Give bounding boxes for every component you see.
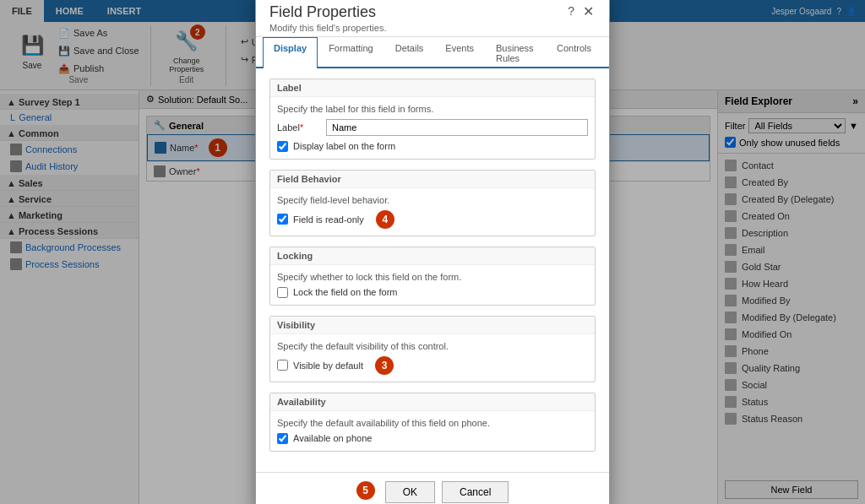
readonly-checkbox[interactable] xyxy=(277,214,288,225)
visible-checkbox-label[interactable]: Visible by default 3 xyxy=(277,356,588,375)
availability-desc: Specify the default availability of this… xyxy=(277,418,588,428)
label-input[interactable] xyxy=(326,119,588,136)
tab-details[interactable]: Details xyxy=(384,37,435,68)
tab-formatting[interactable]: Formatting xyxy=(318,37,384,68)
visible-checkbox[interactable] xyxy=(277,360,288,371)
field-behavior-content: Specify field-level behavior. Field is r… xyxy=(270,188,595,236)
label-section: Label Specify the label for this field i… xyxy=(269,79,596,160)
field-behavior-title: Field Behavior xyxy=(270,171,595,188)
locking-section: Locking Specify whether to lock this fie… xyxy=(269,247,596,306)
modal-controls: ? ✕ xyxy=(568,3,596,19)
cancel-button[interactable]: Cancel xyxy=(442,481,509,503)
ok-button[interactable]: OK xyxy=(385,481,435,503)
readonly-checkbox-label[interactable]: Field is read-only 4 xyxy=(277,210,588,229)
availability-section-title: Availability xyxy=(270,393,595,411)
locking-desc: Specify whether to lock this field on th… xyxy=(277,272,588,282)
field-properties-modal: Field Properties Modify this field's pro… xyxy=(255,0,610,504)
tab-display[interactable]: Display xyxy=(263,37,318,68)
modal-footer: 5 OK Cancel xyxy=(256,472,609,505)
field-behavior-desc: Specify field-level behavior. xyxy=(277,195,588,205)
label-desc: Specify the label for this field in form… xyxy=(277,104,588,114)
label-field-label: Label* xyxy=(277,122,319,133)
visibility-section: Visibility Specify the default visibilit… xyxy=(269,316,596,382)
label-section-title: Label xyxy=(270,79,595,97)
field-behavior-section: Field Behavior Specify field-level behav… xyxy=(269,170,596,236)
locking-section-title: Locking xyxy=(270,247,595,265)
label-section-content: Specify the label for this field in form… xyxy=(270,97,595,159)
modal-header: Field Properties Modify this field's pro… xyxy=(256,0,609,37)
availability-section-content: Specify the default availability of this… xyxy=(270,411,595,451)
modal-subtitle: Modify this field's properties. xyxy=(269,23,386,33)
step-badge-5: 5 xyxy=(356,481,375,500)
modal-overlay: Field Properties Modify this field's pro… xyxy=(0,0,865,504)
lock-checkbox[interactable] xyxy=(277,287,288,298)
modal-body: Label Specify the label for this field i… xyxy=(256,68,609,472)
modal-help-button[interactable]: ? xyxy=(568,4,574,18)
modal-title: Field Properties xyxy=(269,3,386,21)
phone-checkbox[interactable] xyxy=(277,433,288,444)
visibility-desc: Specify the default visibility of this c… xyxy=(277,341,588,351)
modal-header-row: Field Properties Modify this field's pro… xyxy=(269,3,596,33)
locking-section-content: Specify whether to lock this field on th… xyxy=(270,265,595,305)
visibility-section-content: Specify the default visibility of this c… xyxy=(270,334,595,382)
display-label-checkbox-label[interactable]: Display label on the form xyxy=(277,141,588,152)
step-badge-4: 4 xyxy=(376,210,394,229)
modal-title-group: Field Properties Modify this field's pro… xyxy=(269,3,386,33)
availability-section: Availability Specify the default availab… xyxy=(269,393,596,452)
modal-tabs: Display Formatting Details Events Busine… xyxy=(256,37,609,68)
visibility-section-title: Visibility xyxy=(270,317,595,334)
tab-controls[interactable]: Controls xyxy=(546,37,602,68)
lock-checkbox-label[interactable]: Lock the field on the form xyxy=(277,287,588,298)
tab-business-rules[interactable]: Business Rules xyxy=(485,37,546,68)
tab-events[interactable]: Events xyxy=(434,37,485,68)
display-label-checkbox[interactable] xyxy=(277,141,288,152)
phone-checkbox-label[interactable]: Available on phone xyxy=(277,433,588,444)
modal-close-button[interactable]: ✕ xyxy=(581,3,596,19)
label-input-row: Label* xyxy=(277,119,588,136)
step-badge-3: 3 xyxy=(375,356,394,375)
